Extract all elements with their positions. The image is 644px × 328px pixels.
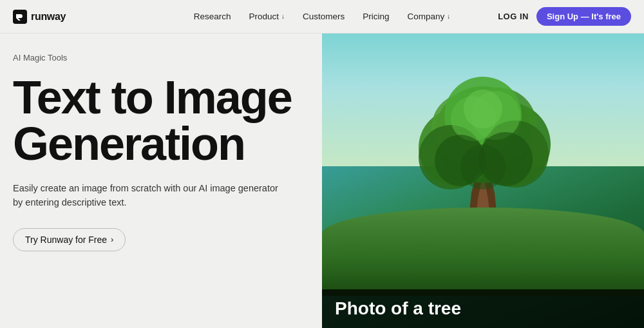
- svg-point-13: [464, 90, 502, 128]
- logo-text: runway: [31, 11, 66, 23]
- caption-bar: Photo of a tree: [322, 289, 644, 328]
- company-chevron-icon: ↓: [447, 13, 450, 20]
- right-panel: Photo of a tree: [322, 34, 644, 328]
- nav-company[interactable]: Company ↓: [408, 12, 451, 21]
- left-panel: AI Magic Tools Text to Image Generation …: [0, 34, 322, 328]
- arrow-icon: ›: [111, 235, 113, 244]
- signup-button[interactable]: Sign Up — It's free: [536, 7, 631, 26]
- page-title: Text to Image Generation: [13, 74, 309, 167]
- nav-pricing[interactable]: Pricing: [363, 12, 389, 21]
- nav-customers[interactable]: Customers: [303, 12, 345, 21]
- navbar-left: runway: [13, 10, 66, 24]
- navbar-right: LOG IN Sign Up — It's free: [498, 7, 631, 26]
- navbar: runway Research Product ↓ Customers Pric…: [0, 0, 644, 34]
- runway-logo-icon: [13, 10, 27, 24]
- login-button[interactable]: LOG IN: [498, 12, 529, 21]
- main-content: AI Magic Tools Text to Image Generation …: [0, 34, 644, 328]
- cta-button[interactable]: Try Runway for Free ›: [13, 228, 126, 251]
- ground-overlay: [322, 207, 644, 296]
- logo-button[interactable]: runway: [13, 10, 66, 24]
- breadcrumb: AI Magic Tools: [13, 53, 309, 63]
- hero-image: Photo of a tree: [322, 34, 644, 328]
- hero-description: Easily create an image from scratch with…: [13, 181, 290, 210]
- svg-point-16: [460, 144, 506, 189]
- navbar-center: Research Product ↓ Customers Pricing Com…: [194, 12, 451, 21]
- nav-research[interactable]: Research: [194, 12, 231, 21]
- product-chevron-icon: ↓: [281, 13, 285, 20]
- image-caption: Photo of a tree: [335, 298, 461, 318]
- nav-product[interactable]: Product ↓: [249, 12, 285, 21]
